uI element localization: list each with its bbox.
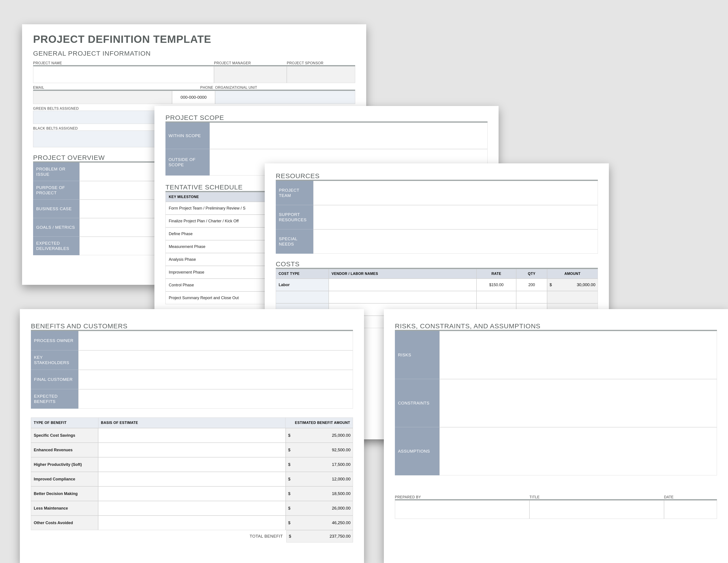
benefit-amount: $46,250.00 [286,516,353,530]
field-org-unit[interactable] [215,91,355,104]
field-stakeholders[interactable] [78,351,353,370]
cost-type[interactable]: Labor [276,278,329,291]
benefit-row: Higher Productivity (Soft)$17,500.00 [31,457,353,472]
benefit-row: Enhanced Revenues$92,500.00 [31,443,353,457]
field-project-name[interactable] [33,66,214,83]
benefit-row: Less Maintenance$26,000.00 [31,501,353,516]
benefit-amount: $12,000.00 [286,472,353,486]
overview-label-purpose: PURPOSE OF PROJECT [33,181,79,199]
benefit-type: Less Maintenance [31,501,98,516]
field-expected-benefits[interactable] [78,389,353,409]
benefit-row: Other Costs Avoided$46,250.00 [31,516,353,530]
section-benefits: BENEFITS AND CUSTOMERS [31,322,353,330]
header-rate: RATE [477,269,516,278]
benefit-basis[interactable] [98,457,286,472]
label-project-sponsor: PROJECT SPONSOR [287,61,355,65]
benefit-row: Better Decision Making$18,500.00 [31,486,353,501]
header-cost-type: COST TYPE [276,269,329,278]
field-constraints[interactable] [439,379,717,427]
resource-label-special: SPECIAL NEEDS [276,229,313,254]
field-prepared-by[interactable] [395,500,529,519]
risks-label-constraints: CONSTRAINTS [395,379,439,427]
label-title: TITLE [529,495,664,499]
benefit-type: Specific Cost Savings [31,428,98,443]
page-benefits-customers: BENEFITS AND CUSTOMERS PROCESS OWNER KEY… [20,309,364,563]
page-title: PROJECT DEFINITION TEMPLATE [33,33,355,45]
benefits-label-process-owner: PROCESS OWNER [31,331,78,351]
benefit-basis[interactable] [98,486,286,501]
header-amount: AMOUNT [547,269,598,278]
field-assumptions[interactable] [439,427,717,475]
overview-label-problem: PROBLEM OR ISSUE [33,162,79,181]
label-project-manager: PROJECT MANAGER [214,61,287,65]
field-project-sponsor[interactable] [287,66,355,83]
benefit-type: Other Costs Avoided [31,516,98,530]
benefit-basis[interactable] [98,428,286,443]
field-amount: $30,000.00 [547,278,598,291]
section-costs: COSTS [276,260,598,268]
benefit-basis[interactable] [98,516,286,530]
header-vendor: VENDOR / LABOR NAMES [329,269,477,278]
field-project-team[interactable] [313,181,598,205]
field-qty[interactable]: 200 [516,278,547,291]
section-resources: RESOURCES [276,172,598,180]
field-title[interactable] [529,500,664,519]
label-total-benefit: TOTAL BENEFIT [31,530,286,542]
scope-label-outside: OUTSIDE OF SCOPE [165,149,210,175]
field-rate[interactable]: $150.00 [477,278,516,291]
resource-label-support: SUPPORT RESOURCES [276,205,313,229]
field-qty-blank[interactable] [516,291,547,304]
benefit-amount: $92,500.00 [286,443,353,457]
section-general-info: GENERAL PROJECT INFORMATION [33,50,355,57]
field-total-benefit: $237,750.00 [286,530,353,542]
benefit-row: Improved Compliance$12,000.00 [31,472,353,486]
field-amount-blank [547,291,598,304]
benefit-amount: $25,000.00 [286,428,353,443]
field-vendor-blank[interactable] [329,291,477,304]
label-date: DATE [664,495,717,499]
benefits-label-stakeholders: KEY STAKEHOLDERS [31,351,78,370]
label-phone: PHONE [172,86,215,90]
label-prepared-by: PREPARED BY [395,495,529,499]
benefit-type: Higher Productivity (Soft) [31,457,98,472]
benefit-type: Improved Compliance [31,472,98,486]
benefit-basis[interactable] [98,501,286,516]
risks-label-risks: RISKS [395,331,439,379]
label-email: EMAIL [33,86,172,90]
field-support-resources[interactable] [313,205,598,229]
field-date[interactable] [664,500,717,519]
resource-label-team: PROJECT TEAM [276,181,313,205]
benefits-label-final-customer: FINAL CUSTOMER [31,370,78,389]
label-project-name: PROJECT NAME [33,61,214,65]
scope-label-within: WITHIN SCOPE [165,122,210,149]
field-project-manager[interactable] [214,66,287,83]
field-process-owner[interactable] [78,331,353,351]
field-risks[interactable] [439,331,717,379]
header-qty: QTY [516,269,547,278]
cost-type-blank[interactable] [276,291,329,304]
header-benefit-type: TYPE OF BENEFIT [31,418,98,428]
benefit-type: Better Decision Making [31,486,98,501]
field-special-needs[interactable] [313,229,598,254]
field-email[interactable] [33,91,172,104]
benefit-amount: $18,500.00 [286,486,353,501]
benefit-basis[interactable] [98,472,286,486]
section-project-scope: PROJECT SCOPE [165,114,488,121]
overview-label-goals: GOALS / METRICS [33,218,79,237]
risks-label-assumptions: ASSUMPTIONS [395,427,439,475]
field-final-customer[interactable] [78,370,353,389]
field-rate-blank[interactable] [477,291,516,304]
header-benefit-amount: ESTIMATED BENEFIT AMOUNT [285,418,353,428]
page-risks: RISKS, CONSTRAINTS, AND ASSUMPTIONS RISK… [384,309,728,563]
header-basis: BASIS OF ESTIMATE [98,418,286,428]
benefits-label-expected: EXPECTED BENEFITS [31,389,78,409]
benefit-type: Enhanced Revenues [31,443,98,457]
field-phone[interactable]: 000-000-0000 [172,91,215,104]
label-org-unit: ORGANIZATIONAL UNIT [215,86,355,90]
benefit-row: Specific Cost Savings$25,000.00 [31,428,353,443]
section-risks: RISKS, CONSTRAINTS, AND ASSUMPTIONS [395,322,717,330]
benefit-amount: $17,500.00 [286,457,353,472]
field-within-scope[interactable] [210,122,488,149]
benefit-basis[interactable] [98,443,286,457]
field-vendor-names[interactable] [329,278,477,291]
